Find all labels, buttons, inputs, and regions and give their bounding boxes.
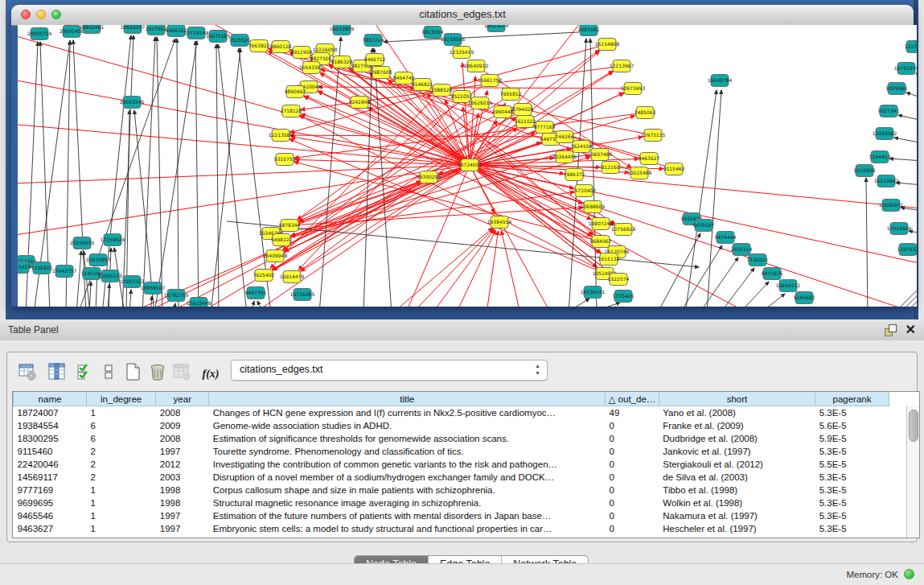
graph-node-label: 9777169 <box>534 124 556 130</box>
table-cell: 0 <box>606 509 659 522</box>
graph-node-label: 19384554 <box>487 219 512 225</box>
graph-edge <box>384 32 579 42</box>
table-cell: Embryonic stem cells: a model to study s… <box>209 522 606 535</box>
graph-edge <box>150 296 152 307</box>
close-panel-icon[interactable]: ✕ <box>906 322 916 337</box>
network-canvas[interactable]: 2405572420691406188524611065325715276029… <box>18 25 917 307</box>
table-panel-box: f(x) citations_edges.txt ▲▼ namein_degre… <box>6 352 918 542</box>
table-cell: 5.5E-5 <box>815 458 889 471</box>
table-row[interactable]: 1456911722003Disruption of a novel membe… <box>14 471 920 484</box>
table-row[interactable]: 969969511998Structural magnetic resonanc… <box>14 496 920 509</box>
graph-node-label: 12975115 <box>641 132 666 138</box>
column-header-pagerank[interactable]: pagerank <box>815 392 889 406</box>
table-cell: Wolkin et al. (1998) <box>659 496 815 509</box>
table-cell: 2008 <box>156 406 209 420</box>
scrollbar-thumb[interactable] <box>909 410 918 442</box>
table-row[interactable]: 1938455462009Genome-wide association stu… <box>14 419 920 432</box>
table-cell: 0 <box>606 432 659 445</box>
table-cell: 2009 <box>156 419 209 432</box>
graph-node-label: 10975857 <box>86 257 111 262</box>
table-row[interactable]: 946554611997Estimation of the future num… <box>14 509 920 522</box>
new-table-button[interactable] <box>122 361 143 382</box>
graph-node-label: 15692971 <box>879 202 904 208</box>
vertical-scrollbar[interactable] <box>906 406 919 538</box>
show-column-button[interactable] <box>47 361 68 382</box>
graph-edge <box>889 159 917 161</box>
table-cell: 0 <box>606 419 659 432</box>
table-cell: 5.3E-5 <box>815 445 889 458</box>
table-cell: de Silva et al. (2003) <box>659 471 815 484</box>
select-attributes-button[interactable] <box>75 361 96 382</box>
graph-node-label: 12213589 <box>269 132 294 138</box>
graph-node-label: 5466712 <box>364 56 386 62</box>
graph-node-label: 16671585 <box>206 33 231 39</box>
graph-node-label: 19218506 <box>441 36 466 42</box>
canvas-resize-grip[interactable] <box>901 290 917 307</box>
graph-edge <box>174 303 175 307</box>
table-row[interactable]: 977716911998Corpus callosum shape and si… <box>14 484 920 496</box>
graph-node-label: 18852461 <box>80 25 105 30</box>
graph-node-label: 16523014 <box>484 25 509 28</box>
graph-node-label: 16626015 <box>468 100 493 105</box>
table-row[interactable]: 1830029562008Estimation of significance … <box>14 432 920 445</box>
table-cell: 2 <box>86 445 155 458</box>
table-cell: Dudbridge et al. (2008) <box>659 432 815 445</box>
column-header-short[interactable]: short <box>659 392 815 406</box>
row-height-button[interactable] <box>98 361 119 382</box>
graph-node-label: 16154808 <box>595 41 620 47</box>
table-cell: 1 <box>86 496 155 509</box>
import-table-button[interactable] <box>171 361 192 382</box>
graph-edge <box>129 290 131 307</box>
graph-edge <box>898 115 917 121</box>
column-header-year[interactable]: year <box>156 392 209 406</box>
graph-node-label: 9474444 <box>715 234 737 240</box>
graph-node-label: 1615132 <box>598 256 620 262</box>
function-builder-button[interactable]: f(x) <box>200 364 221 385</box>
graph-node-label: 8522057 <box>451 93 473 99</box>
graph-node-label: 17942757 <box>52 268 77 274</box>
table-row[interactable]: 911546021997Tourette syndrome. Phenomeno… <box>14 445 920 458</box>
graph-node-label: 12226058 <box>313 47 338 52</box>
graph-node-label: 10025488 <box>627 170 652 175</box>
graph-node-label: 16409948 <box>263 253 288 258</box>
graph-edge <box>73 40 86 307</box>
table-cell: 9465546 <box>14 509 87 522</box>
graph-edge <box>699 257 738 307</box>
float-panel-icon[interactable] <box>884 323 897 336</box>
graph-node-label: 1733426 <box>613 293 634 299</box>
graph-node-label: 9242848 <box>349 99 371 105</box>
graph-node-label: 1107533 <box>897 246 917 252</box>
delete-table-button[interactable] <box>147 361 168 382</box>
graph-node-label: 12093582 <box>873 130 897 136</box>
graph-edge <box>18 165 470 241</box>
graph-edge <box>195 41 199 307</box>
graph-node-label: 7515526 <box>229 37 251 43</box>
graph-node-label: 7955812 <box>500 91 522 97</box>
trash-icon <box>148 362 167 381</box>
table-cell: 0 <box>606 522 659 535</box>
network-window[interactable]: citations_edges.txt 24055724206914061885… <box>11 5 914 307</box>
graph-node-label: 6794028 <box>512 106 534 112</box>
table-row[interactable]: 2242004622012Investigating the contribut… <box>14 458 920 471</box>
table-panel-title: Table Panel <box>8 324 59 336</box>
graph-edge <box>177 39 179 307</box>
graph-node-label: 7625402 <box>253 272 275 278</box>
column-header-in_degree[interactable]: in_degree <box>86 392 155 406</box>
graph-node-label: 9463627 <box>639 155 660 161</box>
table-settings-button[interactable] <box>17 361 38 382</box>
column-header-title[interactable]: title <box>209 392 606 406</box>
table-cell: 1997 <box>156 509 209 522</box>
network-select-dropdown[interactable]: citations_edges.txt ▲▼ <box>231 360 548 381</box>
table-cell: 5.3E-5 <box>815 484 889 496</box>
column-header-name[interactable]: name <box>14 392 87 406</box>
graph-edge <box>142 37 155 307</box>
memory-ok-indicator-icon <box>904 569 914 579</box>
graph-edge <box>218 44 247 307</box>
graph-edge <box>916 73 917 78</box>
graph-edge <box>759 294 785 307</box>
network-window-titlebar[interactable]: citations_edges.txt <box>11 5 914 26</box>
column-header-out_de[interactable]: △ out_de… <box>606 392 659 406</box>
table-row[interactable]: 1872400712008Changes of HCN gene express… <box>14 406 920 420</box>
table-row[interactable]: 946362711997Embryonic stem cells: a mode… <box>14 522 920 535</box>
graph-node-label: 2087682 <box>578 27 600 32</box>
